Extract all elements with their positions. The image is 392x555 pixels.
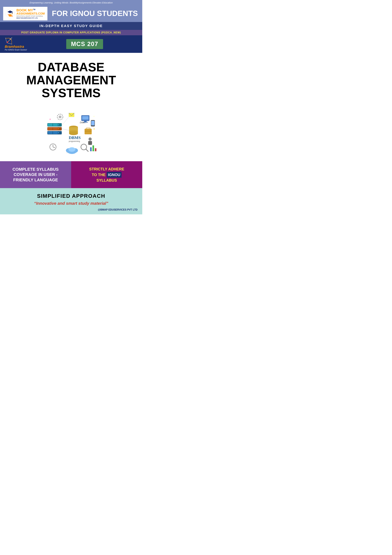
logo-book-my-text: BOOK MY [16,8,33,12]
svg-rect-41 [90,147,92,151]
svg-point-37 [88,138,92,141]
bramhastra-sub: For IGNOU Exam Sucess! [5,49,27,51]
svg-rect-8 [48,124,52,126]
svg-point-10 [58,124,59,125]
logo-book-my: BOOK MYTM [16,8,45,12]
svg-text:★: ★ [49,118,51,121]
logo-box: BOOK MYTM ASSIGNMENTS.COM INOVATIVE & SM… [3,7,47,20]
svg-text:DBMS: DBMS [69,135,81,140]
course-code-text: MCS 207 [71,41,98,47]
logo-text-block: BOOK MYTM ASSIGNMENTS.COM INOVATIVE & SM… [16,8,45,19]
innovative-quote: “Innovative and smart study material” [3,201,139,206]
svg-rect-17 [53,131,58,134]
bramhastra-logo: 🏹 Bramhastra For IGNOU Exam Sucess! [5,37,27,51]
logo-tagline-text: INOVATIVE & SMART STUDY MATERIAL [16,15,45,17]
syllabus-coverage-text: COMPLETE SYLLABUS COVERAGE IN USER - FRI… [4,167,67,183]
svg-text:☆: ☆ [66,152,68,154]
course-code-box: MCS 207 [66,39,103,49]
svg-point-18 [58,132,59,133]
svg-point-0 [6,9,15,18]
svg-point-3 [12,14,13,14]
svg-rect-9 [53,124,58,126]
svg-point-14 [58,128,59,129]
svg-line-46 [53,147,55,148]
strictly-adhere-text: STRICTLY ADHERE TO THE IGNOU SYLLABUS [89,167,124,183]
logo-row: BOOK MYTM ASSIGNMENTS.COM INOVATIVE & SM… [0,5,142,22]
svg-point-26 [59,116,62,118]
svg-rect-43 [95,148,96,151]
svg-line-51 [62,129,69,130]
bmap-footer: @BMAP EDUSERVICES PVT LTD [3,208,139,211]
svg-rect-13 [53,128,58,130]
program-text: POST GRADUATE DIPLOMA IN COMPUTER APPLIC… [21,31,121,34]
program-row: POST GRADUATE DIPLOMA IN COMPUTER APPLIC… [0,30,142,35]
svg-point-22 [69,130,78,133]
svg-line-52 [62,117,69,126]
strictly-adhere-line3: SYLLABUS [96,178,117,183]
logo-company-text: BMAP EDUSERVICES PVT. LTD. [16,17,45,19]
svg-text:Data...: Data... [80,121,86,124]
simplified-section: SIMPLIFIED APPROACH “Innovative and smar… [0,188,142,214]
svg-text:programming: programming [69,140,80,142]
svg-line-40 [86,149,88,151]
illustration-area: DBMS programming [0,104,142,161]
svg-rect-12 [48,128,52,130]
svg-rect-38 [88,141,92,145]
svg-text:★: ★ [93,128,95,130]
strictly-adhere-line1: STRICTLY ADHERE [89,167,124,171]
subject-title: DATABASE MANAGEMENT SYSTEMS [5,61,137,100]
svg-rect-29 [82,116,88,120]
strictly-adhere-line2: TO THE [92,173,106,177]
svg-text:⚙: ⚙ [93,116,95,117]
logo-icon [5,9,15,18]
subject-area: DATABASE MANAGEMENT SYSTEMS [0,53,142,104]
top-banner-text: Empowering Learning, Uniting Minds: Book… [29,1,113,4]
logo-assignments-text: ASSIGNMENTS.COM [16,12,45,15]
svg-rect-16 [48,131,52,134]
logo-tm: TM [33,9,35,10]
course-row: 🏹 Bramhastra For IGNOU Exam Sucess! MCS … [0,35,142,53]
ignou-highlight: IGNOU [107,172,122,178]
study-guide-text: IN-DEPTH EASY STUDY GUIDE [40,24,103,28]
top-banner: Empowering Learning, Uniting Minds: Book… [0,0,142,5]
svg-rect-33 [91,121,94,125]
archer-icon: 🏹 [5,37,13,45]
bramhastra-name: Bramhastra [5,45,24,49]
strictly-adhere-section: STRICTLY ADHERE TO THE IGNOU SYLLABUS [71,161,142,188]
svg-rect-42 [93,145,94,151]
bottom-info-row: COMPLETE SYLLABUS COVERAGE IN USER - FRI… [0,161,142,188]
simplified-title: SIMPLIFIED APPROACH [3,193,139,199]
svg-rect-2 [12,12,12,14]
syllabus-coverage-section: COMPLETE SYLLABUS COVERAGE IN USER - FRI… [0,161,71,188]
dbms-illustration: DBMS programming [44,107,98,155]
for-ignou-text: FOR IGNOU STUDENTS [50,9,139,18]
svg-point-50 [68,147,75,152]
study-guide-banner: IN-DEPTH EASY STUDY GUIDE [0,22,142,30]
